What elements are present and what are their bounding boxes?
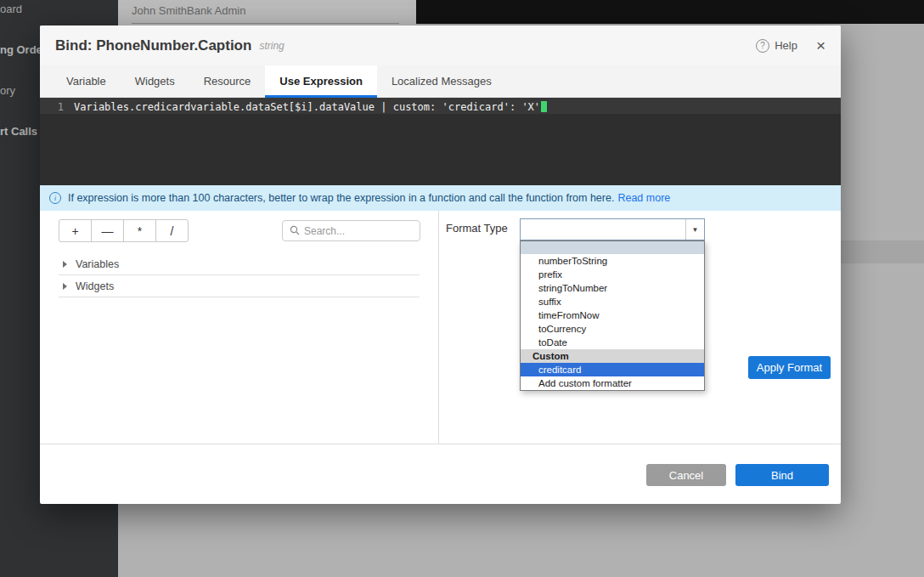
tab-variable[interactable]: Variable (52, 65, 121, 97)
tree-item-label: Variables (76, 258, 119, 270)
bind-source-tree: Variables Widgets (59, 253, 420, 297)
tab-resource[interactable]: Resource (189, 65, 266, 97)
format-type-select[interactable]: ▼ (520, 218, 705, 240)
option-todate[interactable]: toDate (521, 336, 704, 349)
text-cursor (541, 101, 547, 112)
chevron-right-icon (63, 283, 67, 290)
multiply-operator-button[interactable]: * (123, 219, 156, 242)
read-more-link[interactable]: Read more (617, 192, 670, 204)
option-numbertostring[interactable]: numberToString (521, 254, 704, 268)
option-tocurrency[interactable]: toCurrency (521, 322, 704, 336)
expression-editor[interactable]: 1 Variables.credicardvariable.dataSet[$i… (40, 98, 841, 185)
dialog-header: Bind: PhoneNumber.Caption string ? Help … (40, 25, 841, 65)
apply-format-button[interactable]: Apply Format (748, 356, 831, 379)
help-link[interactable]: Help (775, 39, 797, 52)
bind-button[interactable]: Bind (735, 464, 829, 486)
optgroup-custom: Custom (521, 349, 704, 363)
info-icon: i (49, 192, 61, 204)
format-panel: Format Type ▼ numberToString prefix stri… (439, 211, 841, 444)
tab-widgets[interactable]: Widgets (121, 65, 189, 97)
option-add-custom-formatter[interactable]: Add custom formatter (521, 376, 704, 390)
dialog-tabs: Variable Widgets Resource Use Expression… (40, 65, 841, 98)
close-icon[interactable]: × (816, 37, 825, 54)
search-input[interactable] (304, 225, 413, 237)
option-stringtonumber[interactable]: stringToNumber (521, 281, 704, 295)
tree-item-variables[interactable]: Variables (59, 253, 420, 275)
cancel-button[interactable]: Cancel (646, 464, 726, 486)
tree-item-widgets[interactable]: Widgets (59, 275, 420, 297)
expression-tools-panel: + — * / Variables Widgets (40, 211, 439, 444)
format-type-dropdown: numberToString prefix stringToNumber suf… (520, 240, 705, 391)
tab-localized-messages[interactable]: Localized Messages (377, 65, 506, 97)
format-type-label: Format Type (446, 218, 508, 240)
info-text: If expression is more than 100 character… (68, 192, 614, 204)
plus-operator-button[interactable]: + (59, 219, 92, 242)
dialog-footer: Cancel Bind (40, 444, 841, 504)
bind-dialog: Bind: PhoneNumber.Caption string ? Help … (40, 25, 841, 504)
chevron-right-icon (63, 261, 67, 268)
option-prefix[interactable]: prefix (521, 268, 704, 281)
expression-code: Variables.credicardvariable.dataSet[$i].… (74, 101, 540, 113)
line-number: 1 (40, 101, 74, 113)
help-icon[interactable]: ? (756, 39, 769, 53)
search-box (282, 220, 420, 241)
tree-item-label: Widgets (76, 280, 114, 292)
tab-use-expression[interactable]: Use Expression (265, 65, 377, 97)
option-suffix[interactable]: suffix (521, 295, 704, 308)
dialog-title: Bind: PhoneNumber.Caption (55, 37, 251, 54)
option-creditcard[interactable]: creditcard (521, 363, 704, 376)
dialog-body: + — * / Variables Widgets (40, 211, 841, 444)
minus-operator-button[interactable]: — (91, 219, 124, 242)
option-blank[interactable] (521, 241, 704, 254)
info-bar: i If expression is more than 100 charact… (40, 185, 841, 211)
editor-active-line: 1 Variables.credicardvariable.dataSet[$i… (40, 98, 841, 114)
dialog-subtitle-type: string (259, 40, 284, 52)
divide-operator-button[interactable]: / (155, 219, 189, 242)
option-timefromnow[interactable]: timeFromNow (521, 308, 704, 322)
search-icon (290, 223, 300, 239)
chevron-down-icon: ▼ (685, 219, 704, 240)
operator-group: + — * / (59, 219, 189, 242)
